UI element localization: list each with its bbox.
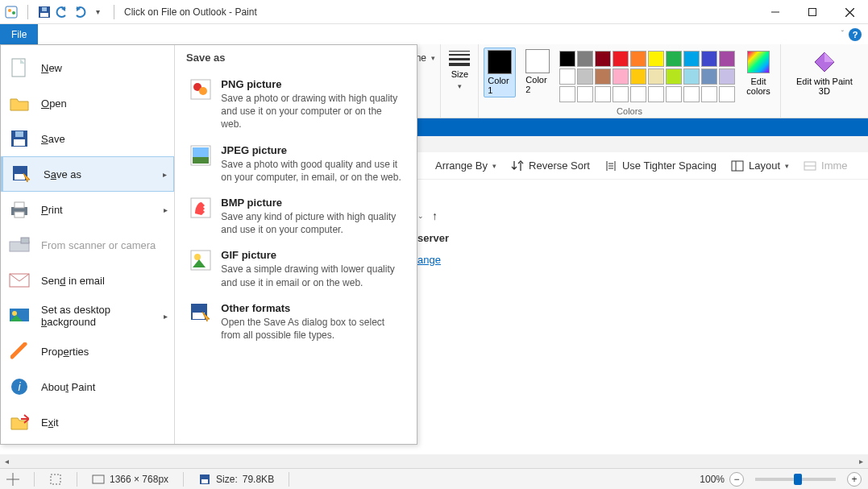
- palette-swatch[interactable]: [683, 68, 700, 85]
- file-tab[interactable]: File: [0, 24, 38, 44]
- redo-icon[interactable]: [73, 6, 86, 19]
- app-icon: [5, 6, 18, 19]
- file-menu-item-save-as[interactable]: Save as▸: [1, 156, 174, 192]
- maximize-button[interactable]: [794, 0, 831, 24]
- palette-swatch[interactable]: [648, 68, 664, 85]
- saveas-desc: Open the Save As dialog box to select fr…: [221, 314, 402, 342]
- saveas-desc: Save any kind of picture with high quali…: [221, 209, 402, 236]
- help-icon[interactable]: ?: [849, 28, 862, 41]
- palette-swatch[interactable]: [559, 51, 575, 67]
- file-menu-item-from-scanner-or-camera: From scanner or camera: [1, 227, 174, 263]
- qat-customize-icon[interactable]: ▾: [91, 6, 104, 19]
- size-button[interactable]: Size ▾: [449, 48, 470, 90]
- svg-rect-39: [193, 157, 209, 164]
- scroll-left-button[interactable]: ◂: [0, 454, 14, 468]
- canvas-dimensions: 1366 × 768px: [85, 473, 175, 486]
- close-button[interactable]: [831, 0, 868, 24]
- palette-swatch[interactable]: [683, 51, 700, 67]
- palette-swatch[interactable]: [577, 68, 593, 85]
- file-menu-item-set-as-desktop-background[interactable]: Set as desktop background▸: [1, 298, 174, 334]
- saveas-item-gif-picture[interactable]: GIF pictureSave a simple drawing with lo…: [186, 242, 405, 295]
- paint3d-group: Edit with Paint 3D: [781, 44, 868, 118]
- size-value: 79.8KB: [243, 474, 274, 485]
- scroll-track[interactable]: [14, 454, 854, 468]
- file-menu-left: NewOpenSaveSave as▸Print▸From scanner or…: [1, 45, 175, 444]
- change-link[interactable]: ange: [417, 254, 474, 266]
- minimize-button[interactable]: [757, 0, 794, 24]
- saveas-item-jpeg-picture[interactable]: JPEG pictureSave a photo with good quali…: [186, 138, 405, 190]
- palette-swatch[interactable]: [595, 86, 611, 102]
- palette-swatch[interactable]: [666, 51, 682, 67]
- palette-swatch[interactable]: [719, 51, 735, 67]
- palette-swatch[interactable]: [630, 86, 646, 102]
- zoom-thumb[interactable]: [794, 474, 802, 485]
- palette-swatch[interactable]: [648, 51, 664, 67]
- svg-rect-4: [40, 13, 48, 17]
- immersive-icon: [804, 160, 816, 172]
- palette-swatch[interactable]: [559, 86, 575, 102]
- saveas-item-bmp-picture[interactable]: BMP pictureSave any kind of picture with…: [186, 190, 405, 242]
- zoom-slider[interactable]: [755, 478, 836, 481]
- file-menu-item-save[interactable]: Save: [1, 121, 174, 156]
- file-menu-item-exit[interactable]: Exit: [1, 404, 174, 440]
- layout-button[interactable]: Layout▾: [731, 160, 789, 172]
- palette-swatch[interactable]: [701, 51, 717, 67]
- file-menu-item-properties[interactable]: Properties: [1, 334, 174, 369]
- palette-swatch[interactable]: [577, 51, 593, 67]
- palette-swatch[interactable]: [559, 68, 575, 85]
- edit-colors-button[interactable]: Edit colors: [741, 48, 775, 99]
- edit-colors-label: Edit colors: [746, 77, 770, 96]
- svg-rect-17: [12, 59, 25, 77]
- palette-swatch[interactable]: [595, 51, 611, 67]
- svg-rect-13: [732, 161, 743, 171]
- edit-3d-button[interactable]: Edit with Paint 3D: [789, 48, 860, 99]
- undo-icon[interactable]: [56, 6, 69, 19]
- saveas-icon: [189, 197, 211, 219]
- palette-swatch[interactable]: [683, 86, 700, 102]
- file-menu-item-about-paint[interactable]: iAbout Paint: [1, 369, 174, 404]
- palette-swatch[interactable]: [613, 51, 629, 67]
- arrange-by-button[interactable]: Arrange By▾: [435, 160, 496, 172]
- immersive-button[interactable]: Imme: [804, 160, 848, 172]
- palette-swatch[interactable]: [577, 86, 593, 102]
- palette-swatch[interactable]: [648, 86, 664, 102]
- zoom-out-button[interactable]: −: [729, 472, 744, 487]
- palette-swatch[interactable]: [613, 86, 629, 102]
- palette-swatch[interactable]: [666, 68, 682, 85]
- file-menu-icon: [9, 128, 30, 149]
- svg-point-42: [194, 254, 201, 260]
- horizontal-scrollbar[interactable]: ◂ ▸: [0, 454, 868, 468]
- file-menu-item-open[interactable]: Open: [1, 85, 174, 121]
- window-title: Click on File on Outlook - Paint: [124, 6, 257, 18]
- dimensions-icon: [92, 473, 105, 486]
- palette-swatch[interactable]: [701, 86, 717, 102]
- scroll-right-button[interactable]: ▸: [854, 454, 868, 468]
- palette-swatch[interactable]: [613, 68, 629, 85]
- palette-swatch[interactable]: [701, 68, 717, 85]
- file-menu-icon: [9, 270, 30, 291]
- zoom-value: 100%: [700, 474, 725, 485]
- file-menu-item-print[interactable]: Print▸: [1, 192, 174, 227]
- crosshair-icon: [6, 473, 19, 486]
- file-menu-item-new[interactable]: New: [1, 50, 174, 85]
- zoom-in-button[interactable]: +: [847, 472, 862, 487]
- saveas-item-other-formats[interactable]: Other formatsOpen the Save As dialog box…: [186, 296, 405, 348]
- color2-button[interactable]: Color 2: [522, 48, 553, 96]
- palette-swatch[interactable]: [630, 68, 646, 85]
- file-menu-item-send-in-email[interactable]: Send in email: [1, 263, 174, 298]
- file-menu-label: Save as: [44, 168, 81, 180]
- palette-swatch[interactable]: [666, 86, 682, 102]
- color1-button[interactable]: Color 1: [484, 48, 516, 97]
- saveas-item-png-picture[interactable]: PNG pictureSave a photo or drawing with …: [186, 72, 405, 138]
- svg-rect-50: [201, 479, 208, 483]
- palette-swatch[interactable]: [630, 51, 646, 67]
- reverse-sort-button[interactable]: Reverse Sort: [511, 160, 590, 172]
- palette-swatch[interactable]: [719, 86, 735, 102]
- saveas-icon: [189, 302, 211, 325]
- tighter-spacing-button[interactable]: Use Tighter Spacing: [604, 160, 716, 172]
- palette-swatch[interactable]: [719, 68, 735, 85]
- file-menu-label: About Paint: [41, 381, 95, 393]
- collapse-ribbon-icon[interactable]: ˇ: [841, 30, 844, 39]
- save-icon[interactable]: [38, 6, 51, 19]
- palette-swatch[interactable]: [595, 68, 611, 85]
